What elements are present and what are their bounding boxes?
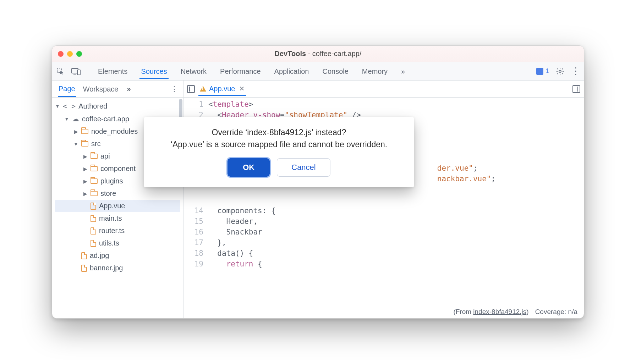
settings-icon[interactable] [555,67,565,76]
cloud-icon: ☁ [72,115,79,123]
tab-application[interactable]: Application [273,63,311,79]
sourcemap-link[interactable]: index-8bfa4912.js [473,308,526,315]
tab-console[interactable]: Console [321,63,350,79]
cancel-button[interactable]: Cancel [277,158,330,177]
tree-file-utils-ts[interactable]: utils.ts [52,237,183,249]
device-toggle-icon[interactable] [71,67,81,76]
tree-file-ad-jpg[interactable]: ad.jpg [52,249,183,262]
editor-statusbar: (From index-8bfa4912.js) Coverage: n/a [183,305,584,318]
folder-icon [91,166,98,171]
inspect-icon[interactable] [56,67,65,76]
file-icon [91,203,96,210]
file-tab-label: App.vue [209,85,235,93]
folder-icon [91,154,98,159]
window-title: DevTools - coffee-cart.app/ [52,50,584,58]
status-coverage: Coverage: n/a [535,308,577,316]
folder-icon [91,178,98,184]
tree-file-main-ts[interactable]: main.ts [52,212,183,225]
tree-file-app-vue[interactable]: App.vue [55,200,180,212]
file-icon [81,265,87,272]
file-icon [91,240,96,247]
editor-tabs: App.vue ✕ [183,81,584,97]
titlebar: DevTools - coffee-cart.app/ [52,46,584,62]
panel-tabs: Elements Sources Network Performance App… [97,63,406,79]
svg-rect-2 [77,70,80,75]
navigator-tab-page[interactable]: Page [58,81,76,97]
main-toolbar: Elements Sources Network Performance App… [52,62,584,81]
override-dialog: Override ‘index-8bfa4912.js’ instead? ‘A… [144,117,414,187]
disclosure-icon: ▶ [73,129,78,134]
more-menu-icon[interactable]: ⋮ [571,67,580,76]
devtools-window: DevTools - coffee-cart.app/ Elements Sou… [52,45,584,319]
folder-icon [91,191,98,196]
tab-memory[interactable]: Memory [361,63,389,79]
svg-point-3 [559,70,561,72]
warning-icon [200,86,206,92]
sources-subtoolbar: Page Workspace » ⋮ App.vue ✕ [52,81,584,98]
tab-network[interactable]: Network [179,63,208,79]
folder-icon [81,141,88,147]
dialog-message: Override ‘index-8bfa4912.js’ instead? ‘A… [155,126,403,150]
folder-icon [81,129,88,134]
navigator-tab-workspace[interactable]: Workspace [82,82,119,96]
navigator-overflow-button[interactable]: » [127,85,130,93]
file-icon [91,227,96,235]
issues-icon [536,68,543,75]
status-sourcemap: (From index-8bfa4912.js) [453,308,528,316]
tree-file-router-ts[interactable]: router.ts [52,225,183,237]
navigator-tabs: Page Workspace » ⋮ [52,81,183,97]
disclosure-icon: ▼ [64,116,69,122]
ok-button[interactable]: OK [227,158,270,177]
disclosure-icon: ▼ [55,103,60,109]
navigator-menu-icon[interactable]: ⋮ [170,84,178,94]
tab-performance[interactable]: Performance [219,63,262,79]
toggle-navigator-icon[interactable] [187,85,195,93]
file-icon [81,252,87,259]
file-icon [91,215,96,222]
issues-button[interactable]: 1 [536,67,549,75]
file-tab-app-vue[interactable]: App.vue ✕ [198,82,246,96]
authored-icon: < > [63,102,76,110]
tabs-overflow-button[interactable]: » [400,63,406,79]
tree-group-authored[interactable]: ▼ < > Authored [52,100,183,112]
tab-sources[interactable]: Sources [139,63,168,79]
tree-folder-store[interactable]: ▶store [52,187,183,200]
toggle-debugger-icon[interactable] [572,85,580,93]
disclosure-icon: ▼ [73,141,78,147]
close-tab-icon[interactable]: ✕ [239,85,245,93]
tab-elements[interactable]: Elements [97,63,129,79]
tree-file-banner-jpg[interactable]: banner.jpg [52,262,183,274]
